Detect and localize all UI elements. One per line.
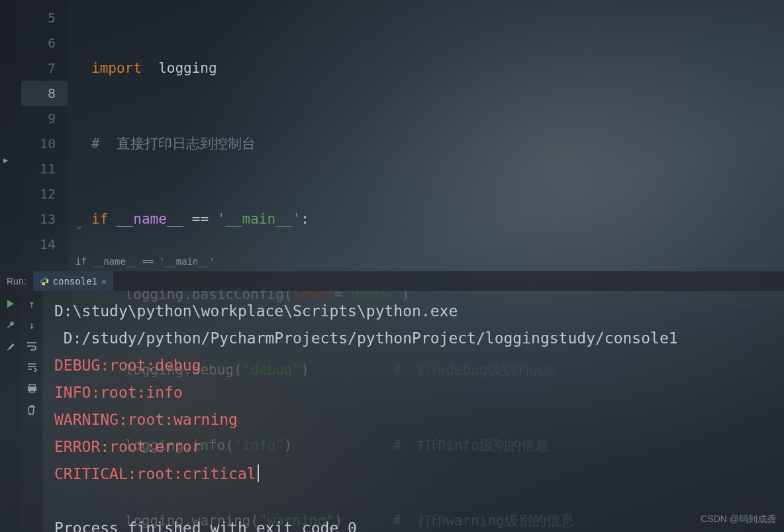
editor-area: ▶ 5 6 7 8 9 10 11 12 13 14 import loggin…	[0, 0, 784, 271]
line-number: 10	[21, 131, 68, 156]
rerun-icon[interactable]	[5, 298, 17, 310]
keyword: import	[91, 60, 142, 76]
run-panel: Run: console1 ✕ ↑ ↓	[0, 271, 784, 532]
svg-marker-0	[7, 300, 14, 308]
svg-rect-1	[28, 384, 34, 387]
identifier: logging	[158, 60, 217, 76]
console-output[interactable]: D:\study\python\workplace\Scripts\python…	[42, 291, 784, 532]
line-number: 8	[21, 81, 68, 106]
run-tool-column-primary	[0, 291, 21, 532]
keyword: if	[91, 211, 108, 227]
line-number: 13	[21, 206, 68, 232]
cursor	[258, 465, 259, 482]
run-label: Run:	[0, 276, 33, 287]
pin-icon[interactable]	[5, 340, 17, 352]
ide-root: ▶ 5 6 7 8 9 10 11 12 13 14 import loggin…	[0, 0, 784, 532]
breadcrumb[interactable]: if __name__ == '__main__'	[68, 253, 223, 270]
print-icon[interactable]	[26, 382, 38, 394]
console-line-error: INFO:root:info	[54, 384, 183, 401]
run-tool-column-secondary: ↑ ↓	[21, 291, 42, 532]
run-tabbar: Run: console1 ✕	[0, 271, 784, 291]
comment: # 直接打印日志到控制台	[91, 136, 256, 152]
text	[142, 60, 158, 76]
operator: ==	[183, 211, 217, 227]
scroll-to-end-icon[interactable]	[26, 361, 38, 373]
console-line: D:/study/python/PycharmProjects/pythonPr…	[54, 330, 678, 347]
line-number: 9	[21, 106, 68, 131]
wrench-icon[interactable]	[5, 319, 17, 331]
arrow-up-icon[interactable]: ↑	[26, 298, 38, 310]
fold-open-icon[interactable]: ⌄	[77, 212, 82, 238]
line-number: 11	[21, 156, 68, 181]
console-line-error: ERROR:root:error	[54, 438, 201, 455]
console-line: Process finished with exit code 0	[54, 519, 357, 532]
console-line-error: WARNING:root:warning	[54, 411, 238, 428]
code-line: # 直接打印日志到控制台	[72, 131, 784, 156]
code-editor[interactable]: import logging # 直接打印日志到控制台 ⌄if __name__…	[68, 0, 784, 271]
editor-left-gutter-deco: ▶	[0, 0, 21, 271]
close-icon[interactable]: ✕	[101, 277, 107, 287]
code-line: ⌄if __name__ == '__main__':	[72, 206, 784, 232]
string: '__main__'	[217, 211, 301, 227]
chevron-right-icon[interactable]: ▶	[3, 155, 8, 165]
punct: :	[301, 211, 309, 227]
python-icon	[40, 277, 49, 286]
console-line-error: CRITICAL:root:critical	[54, 465, 256, 482]
run-tab-title: console1	[53, 276, 97, 287]
line-number-gutter: 5 6 7 8 9 10 11 12 13 14	[21, 0, 68, 271]
run-body: ↑ ↓ D:\study\python\workplace\Scripts\py…	[0, 291, 784, 532]
console-line-error: DEBUG:root:debug	[54, 357, 201, 374]
trash-icon[interactable]	[26, 404, 38, 416]
dunder: __name__	[117, 211, 183, 227]
line-number: 6	[21, 30, 68, 56]
code-line: import logging	[72, 56, 784, 81]
line-number: 12	[21, 181, 68, 206]
soft-wrap-icon[interactable]	[26, 340, 38, 352]
run-tab[interactable]: console1 ✕	[33, 271, 113, 291]
watermark: CSDN @码到成龚	[701, 513, 776, 525]
arrow-down-icon[interactable]: ↓	[26, 319, 38, 331]
svg-rect-2	[27, 387, 36, 391]
line-number: 5	[21, 5, 68, 30]
line-number: 7	[21, 56, 68, 81]
line-number: 14	[21, 232, 68, 257]
console-line: D:\study\python\workplace\Scripts\python…	[54, 302, 467, 320]
